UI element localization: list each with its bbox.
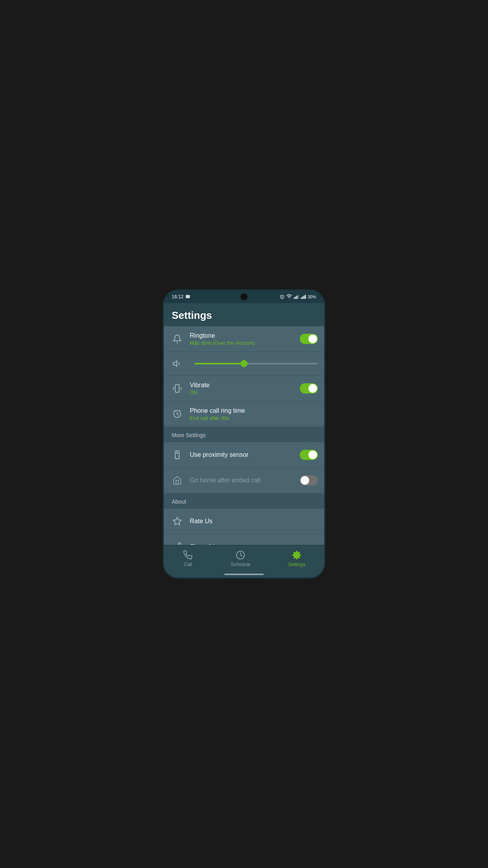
proximity-item[interactable]: Use proximity sensor [164,442,324,468]
status-time: 16:12 [172,294,191,300]
svg-rect-3 [295,296,296,299]
rate-us-title: Rate Us [190,518,318,525]
ringtone-toggle[interactable] [300,334,318,344]
scroll-content: Ringtone Mặc định (Over the Horizon) [164,326,324,545]
go-home-title: Go home after ended call [190,477,300,484]
settings-nav-label: Settings [288,562,305,567]
status-icons: 30% [279,294,316,300]
slider-fill [194,363,244,364]
ring-time-icon [170,407,184,421]
go-home-text: Go home after ended call [190,477,300,484]
go-home-item[interactable]: Go home after ended call [164,468,324,493]
ring-time-title: Phone call ring time [190,407,318,414]
proximity-toggle-knob [308,451,317,459]
svg-rect-5 [298,295,299,299]
vibrate-toggle[interactable] [300,383,318,394]
ring-time-subtitle: End call after 30s [190,415,318,421]
svg-rect-9 [305,295,306,299]
slider-track [194,363,318,364]
ringtone-toggle-knob [308,335,317,343]
home-bar [224,574,264,575]
ringtone-text: Ringtone Mặc định (Over the Horizon) [190,332,300,346]
share-icon [170,540,184,545]
proximity-title: Use proximity sensor [190,451,300,458]
vibrate-text: Vibrate ON [190,382,300,395]
about-group: Rate Us Share this app [164,509,324,545]
ring-time-text: Phone call ring time End call after 30s [190,407,318,421]
svg-rect-2 [294,298,295,299]
page-title: Settings [172,309,316,322]
home-indicator [164,574,324,577]
svg-rect-11 [175,384,179,392]
go-home-toggle[interactable] [300,475,318,485]
vibrate-icon [170,381,184,395]
proximity-toggle[interactable] [300,450,318,460]
call-nav-icon [183,550,193,560]
vibrate-item[interactable]: Vibrate ON [164,376,324,401]
camera-notch [240,293,248,300]
svg-rect-0 [186,295,190,298]
schedule-nav-icon [235,550,246,560]
phone-frame: 16:12 30% Settings [163,289,325,579]
call-nav-label: Call [184,562,192,567]
home-icon [170,473,184,487]
volume-slider[interactable] [194,360,318,368]
vibrate-title: Vibrate [190,382,300,389]
ring-time-item[interactable]: Phone call ring time End call after 30s [164,401,324,427]
share-app-item[interactable]: Share this app [164,534,324,545]
more-settings-group: Use proximity sensor Go home after ended… [164,442,324,493]
proximity-text: Use proximity sensor [190,451,300,458]
rate-us-item[interactable]: Rate Us [164,509,324,534]
go-home-toggle-knob [301,476,309,485]
nav-call[interactable]: Call [176,548,199,569]
settings-nav-icon [292,550,302,560]
ringtone-title: Ringtone [190,332,300,339]
vibrate-subtitle: ON [190,390,300,395]
nav-settings[interactable]: Settings [282,548,312,569]
schedule-nav-label: Schedule [231,562,250,567]
svg-rect-8 [304,296,305,299]
status-bar: 16:12 30% [164,291,324,303]
main-settings-group: Ringtone Mặc định (Over the Horizon) [164,326,324,427]
more-settings-label: More Settings [164,428,324,442]
volume-icon [170,357,184,371]
svg-marker-15 [173,517,181,525]
star-icon [170,514,184,528]
about-label: About [164,495,324,509]
volume-slider-row [164,352,324,376]
nav-schedule[interactable]: Schedule [224,548,257,569]
ringtone-subtitle: Mặc định (Over the Horizon) [190,340,300,346]
rate-us-text: Rate Us [190,518,318,525]
proximity-icon [170,448,184,462]
ringtone-item[interactable]: Ringtone Mặc định (Over the Horizon) [164,326,324,352]
vibrate-toggle-knob [308,384,317,393]
page-title-area: Settings [164,303,324,326]
slider-thumb [240,360,248,367]
svg-rect-4 [297,296,297,299]
svg-rect-7 [302,296,303,299]
bottom-nav: Call Schedule Settings [164,545,324,574]
svg-rect-6 [301,298,302,299]
bell-icon [170,332,184,346]
svg-marker-10 [173,361,177,366]
svg-point-14 [177,452,178,454]
